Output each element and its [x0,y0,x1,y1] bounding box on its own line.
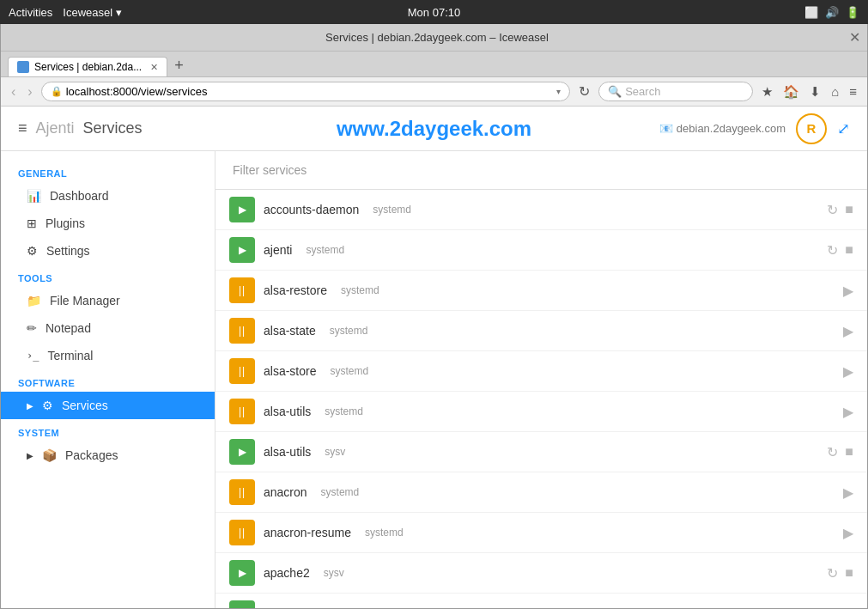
menu-icon[interactable]: ≡ [846,82,860,100]
sidebar-item-settings[interactable]: ⚙ Settings [1,237,215,265]
sidebar-item-terminal[interactable]: ›_ Terminal [1,342,215,369]
stop-icon[interactable]: ■ [845,606,853,608]
tab-close-button[interactable]: ✕ [150,62,158,73]
service-actions: ↻ ■ [827,242,853,259]
sidebar-item-services[interactable]: ▶ ⚙ Services [1,392,215,419]
service-actions: ▶ [843,323,853,339]
pause-icon: || [239,527,246,539]
packages-icon: 📦 [42,448,57,462]
stop-icon[interactable]: ■ [845,444,853,460]
service-actions: ▶ [843,525,853,541]
restart-icon[interactable]: ↻ [827,242,838,259]
paused-status-button[interactable]: || [229,318,255,344]
service-type: systemd [306,244,344,256]
start-icon[interactable]: ▶ [843,283,853,299]
sidebar-item-notepad[interactable]: ✏ Notepad [1,314,215,342]
service-row: || alsa-store systemd ▶ [215,351,867,392]
service-type: systemd [330,365,368,377]
pause-icon: || [239,284,246,296]
service-name: ajenti [264,243,292,257]
back-button[interactable]: ‹ [8,82,19,101]
address-bar: ‹ › 🔒 localhost:8000/view/services ▾ ↻ 🔍… [1,77,867,107]
system-clock: Mon 07:10 [408,6,460,19]
service-actions: ↻ ■ [827,202,853,218]
service-actions: ▶ [843,363,853,380]
running-status-button[interactable]: ▶ [229,439,255,465]
user-avatar[interactable]: R [796,113,827,144]
app-menu-button[interactable]: Iceweasel ▾ [63,6,121,19]
service-type: systemd [365,527,404,539]
sidebar-item-label: Packages [65,448,118,462]
start-icon[interactable]: ▶ [843,323,853,339]
sidebar-item-label: Plugins [46,216,85,230]
paused-status-button[interactable]: || [229,520,255,545]
reload-button[interactable]: ↻ [575,82,593,101]
search-bar[interactable]: 🔍 Search [598,82,753,101]
sidebar-section-software: SOFTWARE [1,369,215,392]
new-tab-button[interactable]: + [169,55,189,76]
tab-bar: Services | debian.2da... ✕ + [1,52,867,77]
sidebar-item-dashboard[interactable]: 📊 Dashboard [1,182,215,210]
service-row: ▶ apache2 sysv ↻ ■ [215,553,867,594]
running-status-button[interactable]: ▶ [229,237,255,263]
service-type: systemd [325,405,363,417]
sidebar-item-filemanager[interactable]: 📁 File Manager [1,287,215,314]
stop-icon[interactable]: ■ [845,242,853,258]
url-dropdown-icon[interactable]: ▾ [556,87,561,96]
volume-icon[interactable]: 🔊 [825,6,839,19]
paused-status-button[interactable]: || [229,479,255,505]
paused-status-button[interactable]: || [229,277,255,303]
restart-icon[interactable]: ↻ [827,202,838,218]
main-content: Filter services ▶ accounts-daemon system… [215,151,867,608]
filter-placeholder[interactable]: Filter services [233,163,307,177]
start-icon[interactable]: ▶ [843,525,853,541]
sidebar-item-plugins[interactable]: ⊞ Plugins [1,210,215,237]
brand-name: Ajenti [36,119,75,137]
forward-button[interactable]: › [24,82,35,101]
service-actions: ▶ [843,484,853,501]
page-icon[interactable]: 🏠 [780,82,803,101]
hamburger-icon[interactable]: ≡ [18,119,27,137]
restart-icon[interactable]: ↻ [827,565,838,582]
sidebar-section-general: GENERAL [1,160,215,182]
service-row: || alsa-utils systemd ▶ [215,392,867,432]
service-actions: ↻ ■ [827,606,853,609]
play-icon: ▶ [239,446,246,458]
stop-icon[interactable]: ■ [845,202,853,217]
running-status-button[interactable]: ▶ [229,600,255,608]
activities-button[interactable]: Activities [9,6,52,19]
home-icon[interactable]: ⌂ [828,82,842,100]
download-icon[interactable]: ⬇ [806,82,824,101]
running-status-button[interactable]: ▶ [229,560,255,586]
expand-icon[interactable]: ⤢ [837,119,850,138]
sidebar-item-packages[interactable]: ▶ 📦 Packages [1,442,215,469]
service-row: ▶ alsa-utils sysv ↻ ■ [215,432,867,472]
service-type: systemd [321,486,360,498]
url-bar[interactable]: 🔒 localhost:8000/view/services ▾ [41,82,571,101]
app-brand: ≡ Ajenti Services [18,119,143,137]
server-icon: 📧 [659,122,677,135]
service-name: alsa-store [264,364,316,378]
browser-tab-active[interactable]: Services | debian.2da... ✕ [8,57,167,76]
services-expand-icon: ▶ [27,401,33,411]
paused-status-button[interactable]: || [229,399,255,424]
service-type: systemd [330,325,368,337]
restart-icon[interactable]: ↻ [827,444,838,460]
tab-label: Services | debian.2da... [34,61,142,73]
notepad-icon: ✏ [27,321,37,335]
browser-close-button[interactable]: ✕ [849,29,860,46]
start-icon[interactable]: ▶ [843,404,853,420]
start-icon[interactable]: ▶ [843,484,853,501]
services-list: ▶ accounts-daemon systemd ↻ ■ ▶ [215,190,867,608]
tab-favicon [17,61,29,73]
filter-bar: Filter services [215,151,867,190]
browser-title: Services | debian.2daygeek.com – Iceweas… [25,31,849,44]
service-type: sysv [324,567,344,579]
running-status-button[interactable]: ▶ [229,197,255,222]
stop-icon[interactable]: ■ [845,565,853,581]
bookmark-icon[interactable]: ★ [758,82,776,101]
restart-icon[interactable]: ↻ [827,606,838,609]
paused-status-button[interactable]: || [229,358,255,384]
start-icon[interactable]: ▶ [843,363,853,380]
app-layout: ≡ Ajenti Services www.2daygeek.com 📧 deb… [1,107,867,608]
